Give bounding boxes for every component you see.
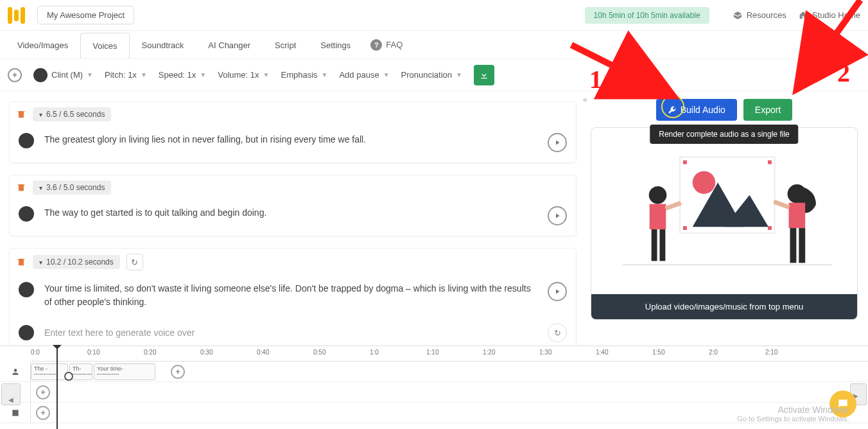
svg-rect-14 bbox=[789, 203, 806, 228]
text-block: ▾3.6 / 5.0 seconds The way to get starte… bbox=[9, 175, 577, 236]
avatar-icon bbox=[19, 325, 34, 340]
faq-link[interactable]: ? FAQ bbox=[370, 39, 403, 51]
audio-clip[interactable]: The -━┉┉━┉━┉┉━┉━ bbox=[31, 363, 68, 380]
playhead[interactable] bbox=[56, 346, 58, 429]
image-track-icon[interactable] bbox=[0, 403, 30, 423]
build-tooltip: Render complete audio as a single file bbox=[650, 125, 798, 144]
download-icon bbox=[479, 70, 489, 80]
export-button[interactable]: Export bbox=[743, 99, 792, 121]
refresh-button[interactable]: ↻ bbox=[126, 254, 143, 270]
resources-link[interactable]: Resources bbox=[733, 10, 786, 21]
block-text[interactable]: Your time is limited, so don't waste it … bbox=[44, 282, 537, 309]
home-icon bbox=[798, 10, 808, 21]
audio-clip[interactable]: Your time-━┉┉━┉━┉┉━┉━ bbox=[94, 363, 155, 380]
play-button[interactable] bbox=[548, 133, 567, 152]
preview-illustration bbox=[591, 128, 857, 294]
svg-rect-9 bbox=[650, 204, 666, 229]
credits-badge: 10h 5min of 10h 5min available bbox=[585, 7, 709, 24]
blocks-panel: ▾6.5 / 6.5 seconds The greatest glory in… bbox=[0, 91, 586, 346]
emphasis-selector[interactable]: Emphasis▼ bbox=[281, 70, 327, 80]
preview-footer: Upload video/images/music from top menu bbox=[591, 294, 857, 319]
music-track-row[interactable]: + bbox=[31, 382, 868, 403]
svg-rect-16 bbox=[799, 228, 805, 263]
download-button[interactable] bbox=[474, 65, 494, 85]
avatar-icon bbox=[19, 282, 34, 297]
trash-icon[interactable] bbox=[16, 109, 26, 119]
refresh-button[interactable]: ↻ bbox=[548, 323, 567, 342]
text-block: ▾6.5 / 6.5 seconds The greatest glory in… bbox=[9, 101, 577, 163]
project-name-chip[interactable]: My Awesome Project bbox=[37, 6, 134, 24]
block-text[interactable]: The way to get started is to quit talkin… bbox=[44, 206, 537, 220]
svg-rect-17 bbox=[773, 200, 790, 209]
tab-script[interactable]: Script bbox=[263, 32, 308, 58]
block-text[interactable]: The greatest glory in living lies not in… bbox=[44, 133, 537, 146]
trash-icon[interactable] bbox=[16, 182, 26, 193]
tab-ai-changer[interactable]: AI Changer bbox=[196, 32, 263, 58]
pitch-selector[interactable]: Pitch: 1x▼ bbox=[105, 70, 147, 80]
add-pause-selector[interactable]: Add pause▼ bbox=[339, 70, 389, 80]
tab-settings[interactable]: Settings bbox=[308, 32, 363, 58]
text-block: ▾10.2 / 10.2 seconds ↻ Your time is limi… bbox=[9, 248, 577, 346]
svg-point-5 bbox=[693, 171, 715, 193]
voice-track-icon[interactable] bbox=[0, 362, 30, 382]
top-bar: My Awesome Project 10h 5min of 10h 5min … bbox=[0, 0, 868, 31]
image-track-row[interactable]: + bbox=[31, 403, 868, 423]
duration-chip[interactable]: ▾6.5 / 6.5 seconds bbox=[33, 107, 111, 121]
pronunciation-selector[interactable]: Pronunciation▼ bbox=[401, 70, 462, 80]
add-voice-button[interactable]: + bbox=[8, 68, 22, 82]
preview-box: Upload video/images/music from top menu bbox=[591, 127, 858, 320]
studio-home-link[interactable]: Studio Home bbox=[798, 10, 860, 21]
collapse-handle[interactable]: « bbox=[583, 95, 587, 104]
duration-chip[interactable]: ▾10.2 / 10.2 seconds bbox=[33, 255, 120, 269]
tab-voices[interactable]: Voices bbox=[80, 33, 129, 58]
timeline-ruler[interactable]: 0:00:100:200:300:400:501:01:101:201:301:… bbox=[31, 346, 868, 362]
svg-rect-3 bbox=[683, 226, 687, 230]
chat-icon bbox=[837, 398, 849, 410]
chevron-down-icon: ▼ bbox=[87, 71, 93, 78]
svg-rect-1 bbox=[683, 161, 687, 164]
wrench-icon bbox=[668, 105, 677, 114]
timeline: 0:00:100:200:300:400:501:01:101:201:301:… bbox=[0, 346, 868, 429]
add-clip-button[interactable]: + bbox=[171, 365, 185, 379]
voice-selector[interactable]: Clint (M)▼ bbox=[33, 68, 93, 82]
build-audio-button[interactable]: Build Audio bbox=[656, 99, 737, 121]
svg-rect-10 bbox=[652, 229, 657, 261]
app-logo bbox=[8, 6, 26, 24]
avatar-icon bbox=[33, 68, 48, 82]
preview-panel: « Build Audio Export Render complete aud… bbox=[586, 91, 868, 346]
svg-rect-12 bbox=[664, 201, 681, 211]
svg-rect-2 bbox=[768, 161, 772, 164]
svg-rect-11 bbox=[659, 229, 665, 261]
avatar-icon bbox=[19, 206, 34, 222]
scroll-left-handle[interactable]: ◀ bbox=[1, 383, 21, 405]
speed-selector[interactable]: Speed: 1x▼ bbox=[159, 70, 206, 80]
chat-button[interactable] bbox=[829, 390, 856, 417]
new-text-input[interactable]: Enter text here to generate voice over bbox=[44, 326, 537, 340]
add-clip-button[interactable]: + bbox=[36, 385, 50, 399]
avatar-icon bbox=[19, 133, 34, 148]
box-icon bbox=[733, 10, 743, 21]
add-clip-button[interactable]: + bbox=[36, 406, 50, 420]
svg-rect-15 bbox=[790, 228, 797, 263]
tab-soundtrack[interactable]: Soundtrack bbox=[130, 32, 196, 58]
voice-track-row[interactable]: + The -━┉┉━┉━┉┉━┉━Th-━┉┉━┉━┉┉━┉━Your tim… bbox=[31, 362, 868, 382]
trash-icon[interactable] bbox=[16, 257, 26, 267]
play-button[interactable] bbox=[548, 206, 567, 225]
tab-bar: Video/Images Voices Soundtrack AI Change… bbox=[0, 31, 868, 59]
tab-video-images[interactable]: Video/Images bbox=[5, 32, 80, 58]
playhead-knob[interactable] bbox=[64, 372, 73, 381]
question-icon: ? bbox=[370, 39, 382, 51]
play-button[interactable] bbox=[548, 282, 567, 301]
voice-controls-row: + Clint (M)▼ Pitch: 1x▼ Speed: 1x▼ Volum… bbox=[0, 59, 868, 91]
duration-chip[interactable]: ▾3.6 / 5.0 seconds bbox=[33, 180, 111, 195]
volume-selector[interactable]: Volume: 1x▼ bbox=[218, 70, 269, 80]
svg-point-8 bbox=[649, 186, 667, 204]
preview-canvas bbox=[591, 128, 857, 294]
